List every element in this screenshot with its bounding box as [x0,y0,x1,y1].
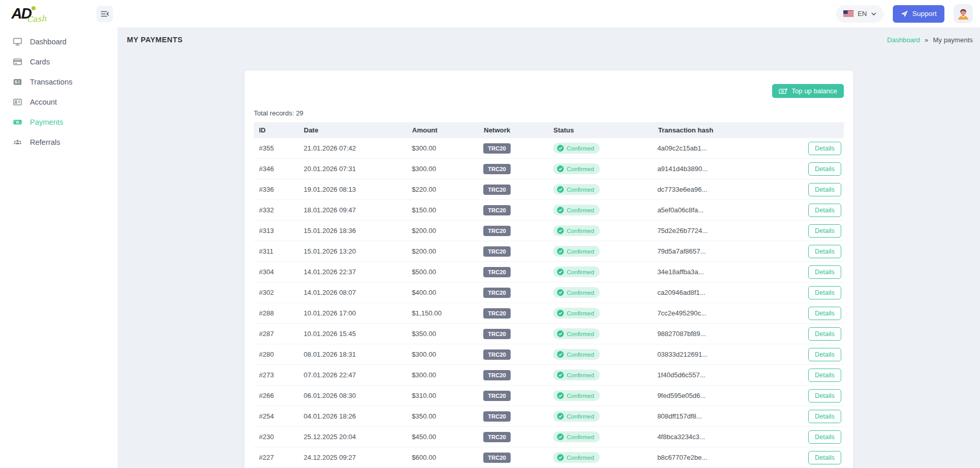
language-label: EN [858,10,867,18]
payment-date: 07.01.2026 22:47 [304,371,412,379]
status-label: Confirmed [567,290,594,296]
payment-hash: 1f40d5d6c557... [657,371,808,379]
payment-network-cell: TRC20 [483,246,553,257]
sidebar-item-dashboard[interactable]: Dashboard [0,31,118,52]
details-button[interactable]: Details [808,430,841,444]
payment-date: 10.01.2026 15:45 [304,330,412,338]
payment-hash: a5ef0a06c8fa... [657,206,808,214]
details-button[interactable]: Details [808,327,841,341]
status-badge: Confirmed [553,287,600,298]
sidebar-item-referrals[interactable]: Referrals [0,132,118,152]
check-circle-icon [557,227,564,234]
status-label: Confirmed [567,248,594,255]
payment-date: 25.12.2025 20:04 [304,433,412,441]
details-button[interactable]: Details [808,286,841,299]
topbar-brand-area: AD Cash [0,4,85,24]
payment-hash: a9141d4b3890... [657,165,808,173]
payment-hash: 4f8bca3234c3... [657,433,808,441]
details-button[interactable]: Details [808,162,841,176]
payment-date: 21.01.2026 07:42 [304,144,412,152]
payment-actions-cell: Details [808,245,844,258]
status-badge: Confirmed [553,266,600,277]
brand-logo[interactable]: AD Cash [11,4,68,24]
payment-id: #287 [254,330,304,338]
support-label: Support [912,10,937,18]
details-button[interactable]: Details [808,183,841,196]
status-badge: Confirmed [553,143,600,154]
payment-hash: 75d2e26b7724... [657,227,808,235]
payment-amount: $350.00 [412,330,483,338]
monitor-icon [12,37,22,46]
sidebar-item-label: Account [30,98,57,106]
payment-status-cell: Confirmed [553,266,658,277]
payment-date: 14.01.2026 22:37 [304,268,412,276]
user-avatar[interactable] [954,4,973,23]
credit-card-icon [12,57,22,66]
details-button[interactable]: Details [808,224,841,238]
status-label: Confirmed [567,455,594,461]
network-badge: TRC20 [483,226,511,236]
network-badge: TRC20 [483,453,511,463]
network-badge: TRC20 [483,164,511,174]
payment-hash: b8c67707e2be... [657,454,808,461]
payment-date: 15.01.2026 18:36 [304,227,412,235]
status-badge: Confirmed [553,184,600,195]
sidebar-item-account[interactable]: Account [0,92,118,112]
payment-status-cell: Confirmed [553,452,658,463]
check-circle-icon [557,454,564,461]
check-circle-icon [557,310,564,316]
table-row: #230 25.12.2025 20:04 $450.00 TRC20 Conf… [254,427,844,447]
payment-actions-cell: Details [808,348,844,361]
details-button[interactable]: Details [808,245,841,258]
language-selector[interactable]: EN [836,5,884,23]
brand-logo-sub: Cash [26,13,46,24]
payment-date: 15.01.2026 13:20 [304,247,412,255]
payment-network-cell: TRC20 [483,411,553,422]
sidebar-item-payments[interactable]: Payments [0,112,118,132]
payment-actions-cell: Details [808,224,844,238]
details-button[interactable]: Details [808,389,841,403]
content-area: MY PAYMENTS Dashboard » My payments Top … [118,27,980,468]
network-badge: TRC20 [483,143,511,154]
avatar-image [956,6,971,21]
payment-amount: $200.00 [412,247,483,255]
table-row: #346 20.01.2026 07:31 $300.00 TRC20 Conf… [254,159,844,179]
breadcrumb-current: My payments [933,36,973,44]
status-label: Confirmed [567,269,594,275]
details-button[interactable]: Details [808,348,841,361]
payment-id: #313 [254,227,304,235]
payment-network-cell: TRC20 [483,143,553,154]
payment-date: 06.01.2026 08:30 [304,392,412,399]
details-button[interactable]: Details [808,410,841,423]
payment-network-cell: TRC20 [483,308,553,319]
details-button[interactable]: Details [808,451,841,464]
payment-status-cell: Confirmed [553,370,658,380]
sidebar-toggle-button[interactable] [96,6,113,22]
details-button[interactable]: Details [808,265,841,279]
topbar: AD Cash [0,0,980,27]
status-label: Confirmed [567,331,594,337]
details-button[interactable]: Details [808,142,841,155]
payment-status-cell: Confirmed [553,308,658,319]
top-up-balance-label: Top up balance [792,87,837,95]
payment-status-cell: Confirmed [553,431,658,442]
payment-amount: $500.00 [412,268,483,276]
status-label: Confirmed [567,228,594,234]
details-button[interactable]: Details [808,369,841,382]
details-button[interactable]: Details [808,204,841,217]
top-up-balance-button[interactable]: Top up balance [772,84,844,98]
menu-fold-icon [100,9,109,19]
payment-status-cell: Confirmed [553,143,658,154]
sidebar-item-transactions[interactable]: $ Transactions [0,72,118,92]
breadcrumb-dashboard-link[interactable]: Dashboard [887,36,920,44]
support-button[interactable]: Support [893,5,944,23]
check-circle-icon [557,413,564,420]
network-badge: TRC20 [483,391,511,401]
payment-id: #336 [254,186,304,193]
payment-status-cell: Confirmed [553,411,658,422]
payment-amount: $1,150.00 [412,309,483,317]
details-button[interactable]: Details [808,307,841,320]
sidebar-item-cards[interactable]: Cards [0,52,118,72]
sidebar-item-label: Payments [30,118,63,126]
payment-id: #346 [254,165,304,173]
